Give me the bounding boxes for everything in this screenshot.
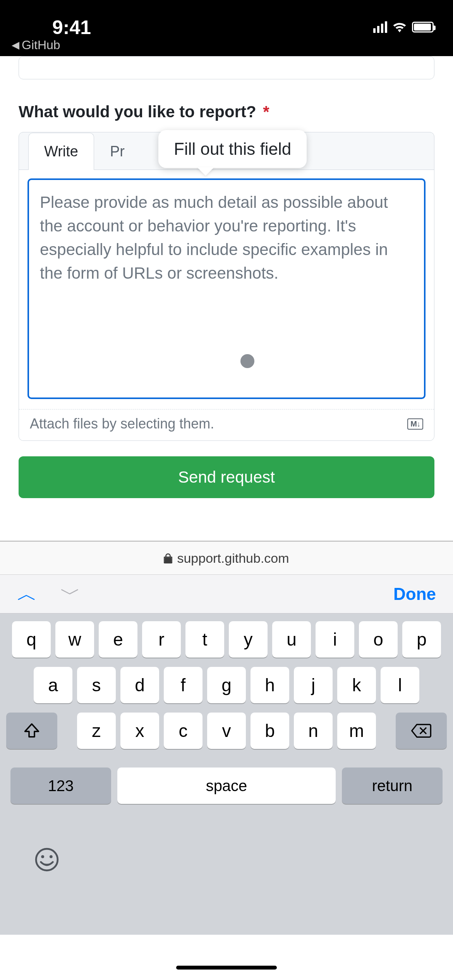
status-time: 9:41 [52,16,91,39]
soft-keyboard: qwertyuiop asdfghjkl zxcvbnm 123 space r… [0,613,453,935]
next-field-button[interactable]: ﹀ [60,581,81,608]
battery-icon [412,22,434,33]
cellular-signal-icon [373,21,387,33]
key-l[interactable]: l [381,667,419,703]
key-x[interactable]: x [120,713,159,749]
shift-icon [24,723,40,739]
back-app-label: GitHub [22,38,60,52]
key-b[interactable]: b [251,713,289,749]
status-icons [373,21,434,33]
backspace-key[interactable] [396,713,447,749]
key-k[interactable]: k [337,667,376,703]
key-y[interactable]: y [229,621,268,658]
key-g[interactable]: g [207,667,246,703]
emoji-key[interactable] [35,848,59,877]
safari-chrome: support.github.com [0,541,453,575]
key-j[interactable]: j [294,667,333,703]
key-e[interactable]: e [99,621,137,658]
wifi-icon [393,22,407,33]
validation-tooltip: Fill out this field [158,130,307,168]
keyboard-row-bottom: 123 space return [4,768,449,804]
key-z[interactable]: z [77,713,116,749]
markdown-icon[interactable]: M↓ [407,418,423,430]
tab-write[interactable]: Write [28,133,94,170]
key-u[interactable]: u [272,621,311,658]
numbers-key[interactable]: 123 [10,768,111,804]
key-p[interactable]: p [402,621,441,658]
tab-preview[interactable]: Pr [94,133,141,170]
return-key[interactable]: return [342,768,443,804]
keyboard-done-button[interactable]: Done [393,584,436,604]
key-n[interactable]: n [294,713,333,749]
report-textarea[interactable] [27,178,426,399]
keyboard-row-1: qwertyuiop [4,621,449,658]
field-label: What would you like to report? * [19,103,434,121]
key-q[interactable]: q [12,621,51,658]
svg-point-1 [36,849,58,870]
key-i[interactable]: i [316,621,354,658]
back-chevron-icon: ◀ [12,39,19,51]
key-o[interactable]: o [359,621,398,658]
previous-field-box[interactable] [19,56,434,79]
key-t[interactable]: t [185,621,224,658]
backspace-icon [411,723,431,738]
svg-point-3 [50,855,53,858]
svg-rect-0 [165,558,172,563]
key-v[interactable]: v [207,713,246,749]
key-r[interactable]: r [142,621,181,658]
attach-bar[interactable]: Attach files by selecting them. M↓ [19,409,434,440]
key-w[interactable]: w [55,621,94,658]
key-s[interactable]: s [77,667,116,703]
emoji-icon [35,848,59,872]
editor-tabs: Write Pr Fill out this field [19,132,434,170]
key-f[interactable]: f [164,667,202,703]
svg-point-2 [41,855,44,858]
keyboard-row-2: asdfghjkl [4,667,449,703]
home-indicator[interactable] [176,966,277,970]
address-bar[interactable]: support.github.com [0,541,453,575]
send-request-button[interactable]: Send request [19,456,434,498]
key-c[interactable]: c [164,713,202,749]
attach-hint: Attach files by selecting them. [30,416,214,432]
space-key[interactable]: space [117,768,336,804]
page-content: What would you like to report? * Write P… [0,56,453,498]
shift-key[interactable] [6,713,57,749]
comment-editor: Write Pr Fill out this field Attach file… [19,132,434,441]
status-bar: 9:41 ◀ GitHub [0,0,453,56]
key-d[interactable]: d [120,667,159,703]
prev-field-button[interactable]: ︿ [17,581,37,608]
keyboard-row-3: zxcvbnm [4,713,449,758]
textarea-container [19,170,434,409]
key-a[interactable]: a [34,667,72,703]
required-indicator: * [263,103,269,121]
page-domain: support.github.com [177,551,289,566]
keyboard-accessory: ︿ ﹀ Done [0,575,453,613]
key-m[interactable]: m [337,713,376,749]
back-to-app-button[interactable]: ◀ GitHub [12,38,60,52]
key-h[interactable]: h [251,667,289,703]
lock-icon [164,553,172,564]
touch-indicator-icon [240,354,254,368]
